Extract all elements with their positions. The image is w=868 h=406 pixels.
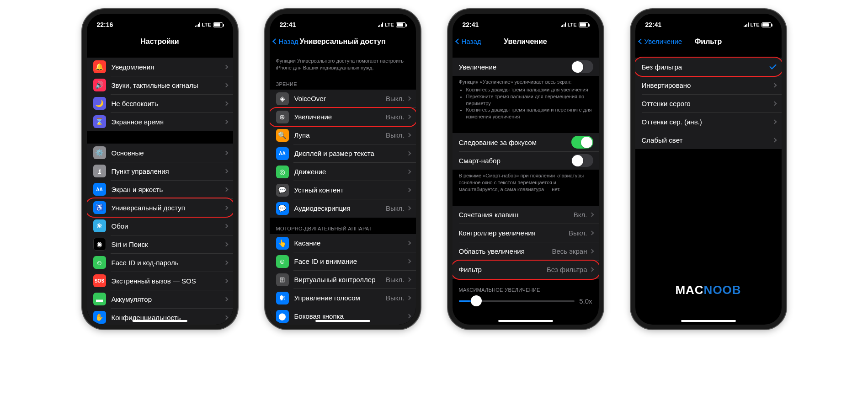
chevron-right-icon xyxy=(224,297,228,301)
chevron-left-icon xyxy=(455,38,461,44)
chevron-right-icon xyxy=(406,133,411,138)
toggle-switch[interactable] xyxy=(571,154,593,167)
cell-label: Звуки, тактильные сигналы xyxy=(112,81,224,89)
settings-cell[interactable]: ◎Движение xyxy=(270,163,416,181)
cell-icon: ⚙️ xyxy=(93,146,106,159)
cell-value: Выкл. xyxy=(386,294,404,302)
chevron-right-icon xyxy=(406,115,411,119)
settings-cell[interactable]: 🌙Не беспокоить xyxy=(87,94,233,112)
zoom-slider[interactable]: 5,0x xyxy=(453,295,599,310)
back-button[interactable]: Назад xyxy=(273,37,298,45)
back-label: Назад xyxy=(462,37,481,45)
content: Функции Универсального доступа помогают … xyxy=(270,51,416,325)
toggle-switch[interactable] xyxy=(571,136,593,149)
settings-cell[interactable]: 🗣Управление голосомВыкл. xyxy=(270,289,416,307)
settings-group: Без фильтраИнвертированоОттенки серогоОт… xyxy=(635,58,782,149)
settings-cell[interactable]: Контроллер увеличенияВыкл. xyxy=(453,224,599,242)
slider-thumb[interactable] xyxy=(471,295,482,306)
settings-cell[interactable]: 💬АудиодескрипцияВыкл. xyxy=(270,199,416,218)
cell-label: Экранное время xyxy=(112,118,224,126)
cell-icon: 🌙 xyxy=(93,97,106,110)
settings-cell[interactable]: ☺Face ID и код-пароль xyxy=(87,253,233,272)
back-button[interactable]: Увеличение xyxy=(639,37,682,45)
cell-label: Siri и Поиск xyxy=(112,240,224,248)
section-footer: В режиме «Смарт-набор» при появлении кла… xyxy=(453,170,599,193)
settings-cell[interactable]: Без фильтра xyxy=(635,58,782,76)
settings-cell[interactable]: ✋Конфиденциальность xyxy=(87,308,233,325)
settings-cell[interactable]: ☺Face ID и внимание xyxy=(270,252,416,271)
settings-cell[interactable]: 🔍ЛупаВыкл. xyxy=(270,126,416,144)
carrier-label: LTE xyxy=(568,22,577,27)
settings-cell[interactable]: ◉Siri и Поиск xyxy=(87,235,233,253)
settings-cell[interactable]: Инвертировано xyxy=(635,76,782,94)
settings-cell[interactable]: Оттенки серого xyxy=(635,94,782,112)
section-header: МОТОРНО-ДВИГАТЕЛЬНЫЙ АППАРАТ xyxy=(270,218,416,234)
settings-cell[interactable]: ⊕УвеличениеВыкл. xyxy=(270,108,416,126)
settings-cell[interactable]: Следование за фокусом xyxy=(453,133,599,151)
settings-cell[interactable]: ◈VoiceOverВыкл. xyxy=(270,90,416,108)
settings-cell[interactable]: ⊞Виртуальный контроллерВыкл. xyxy=(270,271,416,289)
settings-cell[interactable]: ♿Универсальный доступ xyxy=(87,198,233,217)
settings-group: Сочетания клавишВкл.Контроллер увеличени… xyxy=(453,206,599,279)
home-indicator[interactable] xyxy=(133,320,187,322)
chevron-right-icon xyxy=(406,96,411,101)
content: УвеличениеФункция «Увеличение» увеличива… xyxy=(453,51,599,325)
settings-cell[interactable]: ▬Аккумулятор xyxy=(87,290,233,308)
settings-cell[interactable]: Слабый свет xyxy=(635,131,782,149)
cell-icon: ♿ xyxy=(93,201,106,214)
cell-label: Увеличение xyxy=(459,63,571,71)
settings-cell[interactable]: ⌛Экранное время xyxy=(87,112,233,131)
settings-cell[interactable]: Смарт-набор xyxy=(453,151,599,170)
carrier-label: LTE xyxy=(202,22,211,27)
settings-cell[interactable]: Оттенки сер. (инв.) xyxy=(635,112,782,131)
settings-cell[interactable]: AAДисплей и размер текста xyxy=(270,144,416,163)
cell-icon: ⬤ xyxy=(276,310,289,323)
settings-cell[interactable]: AAЭкран и яркость xyxy=(87,180,233,198)
cell-icon: 🔍 xyxy=(276,129,289,142)
intro-text: Функции Универсального доступа помогают … xyxy=(270,51,416,73)
nav-title: Настройки xyxy=(140,37,179,46)
chevron-right-icon xyxy=(406,241,411,246)
settings-cell[interactable]: Увеличение xyxy=(453,58,599,76)
chevron-right-icon xyxy=(406,314,411,319)
chevron-right-icon xyxy=(224,242,228,246)
cell-icon: 🗣 xyxy=(276,292,289,304)
carrier-label: LTE xyxy=(751,22,760,27)
settings-cell[interactable]: 💬Устный контент xyxy=(270,181,416,199)
cell-label: Увеличение xyxy=(294,113,386,121)
chevron-right-icon xyxy=(589,231,594,235)
nav-title: Универсальный доступ xyxy=(299,37,385,46)
battery-icon xyxy=(761,22,772,27)
settings-cell[interactable]: ⬤Боковая кнопка xyxy=(270,307,416,325)
settings-cell[interactable]: 🎚Пункт управления xyxy=(87,162,233,180)
settings-cell[interactable]: SOSЭкстренный вызов — SOS xyxy=(87,272,233,290)
signal-icon xyxy=(195,22,200,27)
settings-cell[interactable]: Область увеличенияВесь экран xyxy=(453,242,599,261)
chevron-right-icon xyxy=(224,150,228,155)
cell-label: Экран и яркость xyxy=(112,186,224,193)
cell-icon: AA xyxy=(93,183,106,196)
home-indicator[interactable] xyxy=(681,320,736,322)
settings-cell[interactable]: ФильтрБез фильтра xyxy=(453,261,599,279)
cell-value: Выкл. xyxy=(386,113,404,121)
toggle-switch[interactable] xyxy=(571,60,593,73)
notch xyxy=(123,14,197,26)
cell-label: Управление голосом xyxy=(294,294,386,302)
settings-cell[interactable]: 👆Касание xyxy=(270,234,416,252)
cell-label: Аудиодескрипция xyxy=(294,204,386,212)
settings-cell[interactable]: 🔊Звуки, тактильные сигналы xyxy=(87,76,233,94)
chevron-right-icon xyxy=(772,83,777,87)
settings-cell[interactable]: 🔔Уведомления xyxy=(87,58,233,76)
back-button[interactable]: Назад xyxy=(456,37,481,45)
cell-value: Выкл. xyxy=(386,276,404,283)
notch xyxy=(672,14,745,26)
settings-cell[interactable]: Сочетания клавишВкл. xyxy=(453,206,599,224)
cell-label: Оттенки сер. (инв.) xyxy=(642,118,773,126)
settings-group: 🔔Уведомления🔊Звуки, тактильные сигналы🌙Н… xyxy=(87,58,233,131)
home-indicator[interactable] xyxy=(315,320,370,322)
section-header: МАКСИМАЛЬНОЕ УВЕЛИЧЕНИЕ xyxy=(453,279,599,295)
settings-cell[interactable]: ❀Обои xyxy=(87,217,233,235)
home-indicator[interactable] xyxy=(498,320,553,322)
cell-value: Без фильтра xyxy=(547,266,587,273)
settings-cell[interactable]: ⚙️Основные xyxy=(87,144,233,162)
